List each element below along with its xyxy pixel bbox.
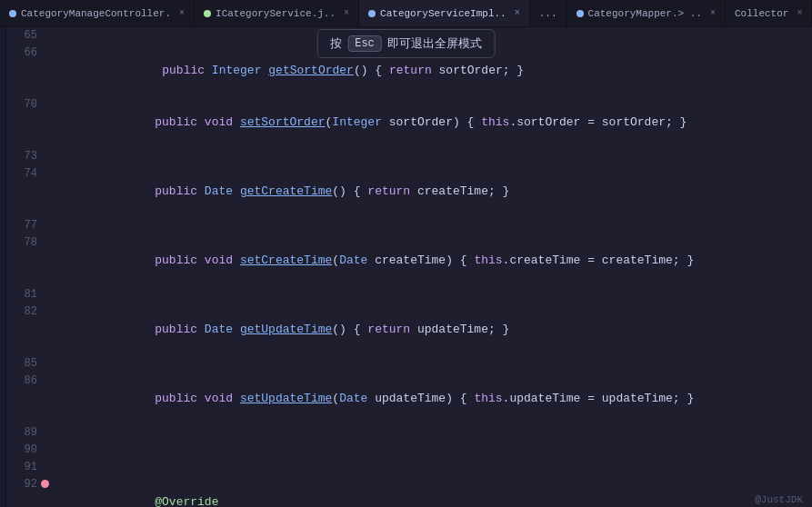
line-code: @Override [45,476,812,507]
code-line-90: 90 [6,442,812,459]
code-line-78: 78 public void setCreateTime(Date create… [6,234,812,286]
breakpoint-dot [41,480,49,488]
code-line-70: 70 public void setSortOrder(Integer sort… [6,96,812,148]
editor: 65 66 public Integer getSortOrder() { re… [0,27,812,507]
line-num: 82 [6,303,45,355]
status-text: @JustJDK [755,494,803,505]
line-code: public Date getCreateTime() { return cre… [45,165,812,217]
tab-label: CategoryServiceImpl.. [380,8,506,19]
tab-label: CategoryMapper.> .. [588,8,702,19]
code-line-73: 73 [6,148,812,165]
line-num: 73 [6,148,45,165]
tab-category-manage[interactable]: CategoryManageController. × [0,0,195,26]
code-line-85: 85 [6,355,812,373]
code-line-77: 77 [6,217,812,234]
line-code [45,286,812,303]
line-num: 92 [6,476,45,507]
tab-close[interactable]: × [179,8,185,18]
tab-label: ICategoryService.j.. [216,8,336,19]
code-line-92: 92 @Override [6,476,812,507]
line-num: 91 [6,459,45,476]
esc-hint: 按 Esc 即可退出全屏模式 [316,29,496,58]
line-num: 77 [6,217,45,234]
tab-close[interactable]: × [344,8,349,18]
line-num: 81 [6,286,45,303]
code-line-74: 74 public Date getCreateTime() { return … [6,165,812,217]
line-code: public Date getUpdateTime() { return upd… [45,303,812,355]
line-num: 66 [6,45,45,96]
tab-category-service-impl[interactable]: CategoryServiceImpl.. × [359,0,530,26]
code-scroll[interactable]: 65 66 public Integer getSortOrder() { re… [6,27,812,507]
esc-prefix: 按 [330,35,342,52]
tab-bar: CategoryManageController. × ICategorySer… [0,0,812,27]
line-code: public void setUpdateTime(Date updateTim… [45,373,812,424]
tab-category-mapper[interactable]: CategoryMapper.> .. × [567,0,726,26]
tab-label: CategoryManageController. [21,8,171,19]
line-num: 78 [6,234,45,286]
tab-dot [204,10,211,17]
tab-dot [576,10,584,17]
tab-close[interactable]: × [710,8,716,18]
tab-label: ... [539,8,557,19]
esc-suffix: 即可退出全屏模式 [387,35,482,52]
code-area[interactable]: 65 66 public Integer getSortOrder() { re… [6,27,812,507]
line-num: 65 [6,27,45,45]
line-code [45,148,812,165]
line-code [45,442,812,459]
code-line-81: 81 [6,286,812,303]
line-num: 90 [6,442,45,459]
code-line-86: 86 public void setUpdateTime(Date update… [6,373,812,424]
structure-gutter [0,27,6,507]
line-num: 74 [6,165,45,217]
code-line-91: 91 [6,459,812,476]
line-num: 89 [6,424,45,442]
line-num: 86 [6,373,45,424]
tab-dot [9,10,16,17]
line-code [45,459,812,476]
code-line-89: 89 [6,424,812,442]
line-code [45,217,812,234]
tab-close[interactable]: × [515,8,520,18]
tab-label: Collector [735,8,788,19]
tab-ellipsis[interactable]: ... [530,0,567,26]
line-code [45,424,812,442]
tab-close[interactable]: × [797,8,802,18]
line-code: public void setSortOrder(Integer sortOrd… [45,96,812,148]
esc-key: Esc [347,35,382,52]
line-num: 70 [6,96,45,148]
tab-dot [368,10,376,17]
line-code [45,355,812,373]
tab-collector[interactable]: Collector × [726,0,812,26]
line-code: public void setCreateTime(Date createTim… [45,234,812,286]
code-line-82: 82 public Date getUpdateTime() { return … [6,303,812,355]
line-num: 85 [6,355,45,373]
tab-icategory-service[interactable]: ICategoryService.j.. × [195,0,359,26]
